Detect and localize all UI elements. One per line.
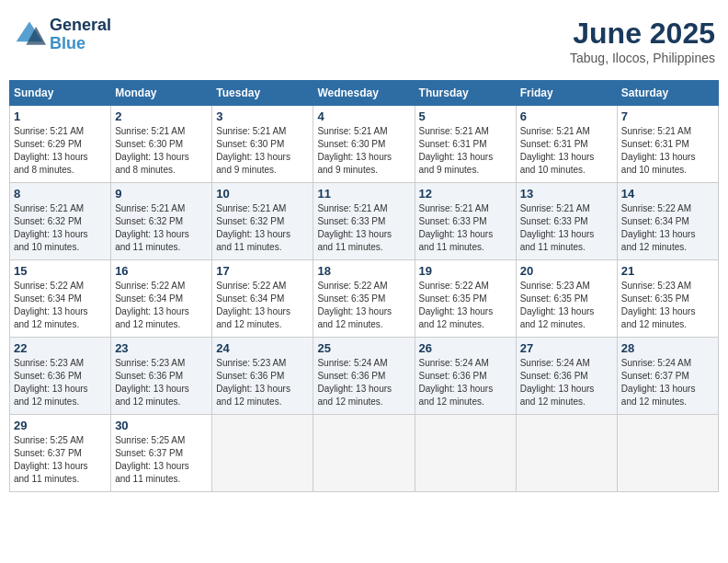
day-number: 7 — [621, 109, 714, 123]
calendar-week-row: 1Sunrise: 5:21 AM Sunset: 6:29 PM Daylig… — [10, 106, 719, 183]
day-info: Sunrise: 5:21 AM Sunset: 6:30 PM Dayligh… — [115, 125, 208, 177]
table-row: 24Sunrise: 5:23 AM Sunset: 6:36 PM Dayli… — [212, 338, 313, 415]
calendar-week-row: 29Sunrise: 5:25 AM Sunset: 6:37 PM Dayli… — [10, 415, 719, 492]
table-row: 3Sunrise: 5:21 AM Sunset: 6:30 PM Daylig… — [212, 106, 313, 183]
table-row — [617, 415, 718, 492]
day-number: 4 — [317, 109, 410, 123]
table-row: 6Sunrise: 5:21 AM Sunset: 6:31 PM Daylig… — [516, 106, 617, 183]
day-number: 20 — [520, 264, 613, 278]
day-info: Sunrise: 5:24 AM Sunset: 6:37 PM Dayligh… — [621, 357, 714, 408]
day-number: 5 — [419, 109, 512, 123]
day-number: 11 — [317, 187, 410, 201]
calendar-week-row: 15Sunrise: 5:22 AM Sunset: 6:34 PM Dayli… — [10, 260, 719, 338]
day-info: Sunrise: 5:22 AM Sunset: 6:35 PM Dayligh… — [317, 280, 410, 331]
table-row: 26Sunrise: 5:24 AM Sunset: 6:36 PM Dayli… — [415, 338, 516, 415]
table-row: 13Sunrise: 5:21 AM Sunset: 6:33 PM Dayli… — [516, 183, 617, 260]
day-number: 24 — [216, 341, 309, 355]
table-row: 12Sunrise: 5:21 AM Sunset: 6:33 PM Dayli… — [415, 183, 516, 260]
day-number: 28 — [621, 341, 714, 355]
table-row: 20Sunrise: 5:23 AM Sunset: 6:35 PM Dayli… — [516, 260, 617, 338]
day-number: 13 — [520, 187, 613, 201]
col-thursday: Thursday — [415, 81, 516, 106]
table-row: 17Sunrise: 5:22 AM Sunset: 6:34 PM Dayli… — [212, 260, 313, 338]
day-info: Sunrise: 5:21 AM Sunset: 6:31 PM Dayligh… — [621, 125, 714, 177]
table-row: 29Sunrise: 5:25 AM Sunset: 6:37 PM Dayli… — [10, 415, 111, 492]
day-number: 14 — [621, 187, 714, 201]
logo: General Blue — [13, 17, 111, 53]
day-number: 19 — [419, 264, 512, 278]
day-info: Sunrise: 5:21 AM Sunset: 6:31 PM Dayligh… — [520, 125, 613, 177]
table-row: 11Sunrise: 5:21 AM Sunset: 6:33 PM Dayli… — [313, 183, 415, 260]
day-number: 17 — [216, 264, 309, 278]
day-number: 23 — [115, 341, 208, 355]
table-row: 23Sunrise: 5:23 AM Sunset: 6:36 PM Dayli… — [111, 338, 212, 415]
page-header: General Blue June 2025 Tabug, Ilocos, Ph… — [9, 9, 719, 73]
day-info: Sunrise: 5:23 AM Sunset: 6:36 PM Dayligh… — [14, 357, 107, 408]
calendar-table: Sunday Monday Tuesday Wednesday Thursday… — [9, 80, 719, 492]
table-row: 1Sunrise: 5:21 AM Sunset: 6:29 PM Daylig… — [10, 106, 111, 183]
day-info: Sunrise: 5:22 AM Sunset: 6:35 PM Dayligh… — [419, 280, 512, 331]
day-number: 12 — [419, 187, 512, 201]
calendar-header-row: Sunday Monday Tuesday Wednesday Thursday… — [10, 81, 719, 106]
day-number: 10 — [216, 187, 309, 201]
day-number: 9 — [115, 187, 208, 201]
day-info: Sunrise: 5:22 AM Sunset: 6:34 PM Dayligh… — [216, 280, 309, 331]
table-row: 14Sunrise: 5:22 AM Sunset: 6:34 PM Dayli… — [617, 183, 718, 260]
day-number: 22 — [14, 341, 107, 355]
day-info: Sunrise: 5:21 AM Sunset: 6:32 PM Dayligh… — [216, 202, 309, 254]
col-friday: Friday — [516, 81, 617, 106]
table-row — [516, 415, 617, 492]
day-number: 8 — [14, 187, 107, 201]
table-row: 18Sunrise: 5:22 AM Sunset: 6:35 PM Dayli… — [313, 260, 415, 338]
day-info: Sunrise: 5:22 AM Sunset: 6:34 PM Dayligh… — [621, 202, 714, 254]
table-row — [212, 415, 313, 492]
day-number: 1 — [14, 109, 107, 123]
day-info: Sunrise: 5:24 AM Sunset: 6:36 PM Dayligh… — [317, 357, 410, 408]
day-info: Sunrise: 5:21 AM Sunset: 6:33 PM Dayligh… — [317, 202, 410, 254]
table-row: 19Sunrise: 5:22 AM Sunset: 6:35 PM Dayli… — [415, 260, 516, 338]
day-info: Sunrise: 5:25 AM Sunset: 6:37 PM Dayligh… — [14, 434, 107, 486]
day-info: Sunrise: 5:21 AM Sunset: 6:32 PM Dayligh… — [115, 202, 208, 254]
table-row: 5Sunrise: 5:21 AM Sunset: 6:31 PM Daylig… — [415, 106, 516, 183]
col-monday: Monday — [111, 81, 212, 106]
day-number: 18 — [317, 264, 410, 278]
col-wednesday: Wednesday — [313, 81, 415, 106]
day-number: 30 — [115, 419, 208, 432]
calendar-week-row: 8Sunrise: 5:21 AM Sunset: 6:32 PM Daylig… — [10, 183, 719, 260]
col-saturday: Saturday — [617, 81, 718, 106]
table-row: 22Sunrise: 5:23 AM Sunset: 6:36 PM Dayli… — [10, 338, 111, 415]
table-row: 8Sunrise: 5:21 AM Sunset: 6:32 PM Daylig… — [10, 183, 111, 260]
table-row: 15Sunrise: 5:22 AM Sunset: 6:34 PM Dayli… — [10, 260, 111, 338]
day-info: Sunrise: 5:21 AM Sunset: 6:30 PM Dayligh… — [317, 125, 410, 177]
logo-text: General Blue — [50, 17, 111, 53]
day-info: Sunrise: 5:21 AM Sunset: 6:32 PM Dayligh… — [14, 202, 107, 254]
day-info: Sunrise: 5:23 AM Sunset: 6:35 PM Dayligh… — [520, 280, 613, 331]
table-row: 9Sunrise: 5:21 AM Sunset: 6:32 PM Daylig… — [111, 183, 212, 260]
table-row: 25Sunrise: 5:24 AM Sunset: 6:36 PM Dayli… — [313, 338, 415, 415]
table-row: 30Sunrise: 5:25 AM Sunset: 6:37 PM Dayli… — [111, 415, 212, 492]
table-row: 28Sunrise: 5:24 AM Sunset: 6:37 PM Dayli… — [617, 338, 718, 415]
day-info: Sunrise: 5:22 AM Sunset: 6:34 PM Dayligh… — [115, 280, 208, 331]
calendar-title: June 2025 — [570, 17, 715, 51]
day-info: Sunrise: 5:23 AM Sunset: 6:36 PM Dayligh… — [216, 357, 309, 408]
calendar-title-area: June 2025 Tabug, Ilocos, Philippines — [570, 17, 715, 65]
table-row: 27Sunrise: 5:24 AM Sunset: 6:36 PM Dayli… — [516, 338, 617, 415]
day-info: Sunrise: 5:22 AM Sunset: 6:34 PM Dayligh… — [14, 280, 107, 331]
table-row — [415, 415, 516, 492]
day-number: 26 — [419, 341, 512, 355]
day-info: Sunrise: 5:23 AM Sunset: 6:36 PM Dayligh… — [115, 357, 208, 408]
table-row: 7Sunrise: 5:21 AM Sunset: 6:31 PM Daylig… — [617, 106, 718, 183]
logo-icon — [13, 18, 46, 52]
day-number: 21 — [621, 264, 714, 278]
day-info: Sunrise: 5:24 AM Sunset: 6:36 PM Dayligh… — [419, 357, 512, 408]
day-info: Sunrise: 5:21 AM Sunset: 6:33 PM Dayligh… — [419, 202, 512, 254]
day-info: Sunrise: 5:21 AM Sunset: 6:29 PM Dayligh… — [14, 125, 107, 177]
day-number: 25 — [317, 341, 410, 355]
table-row: 21Sunrise: 5:23 AM Sunset: 6:35 PM Dayli… — [617, 260, 718, 338]
col-sunday: Sunday — [10, 81, 111, 106]
table-row: 16Sunrise: 5:22 AM Sunset: 6:34 PM Dayli… — [111, 260, 212, 338]
day-info: Sunrise: 5:23 AM Sunset: 6:35 PM Dayligh… — [621, 280, 714, 331]
table-row — [313, 415, 415, 492]
day-number: 29 — [14, 419, 107, 432]
day-number: 15 — [14, 264, 107, 278]
